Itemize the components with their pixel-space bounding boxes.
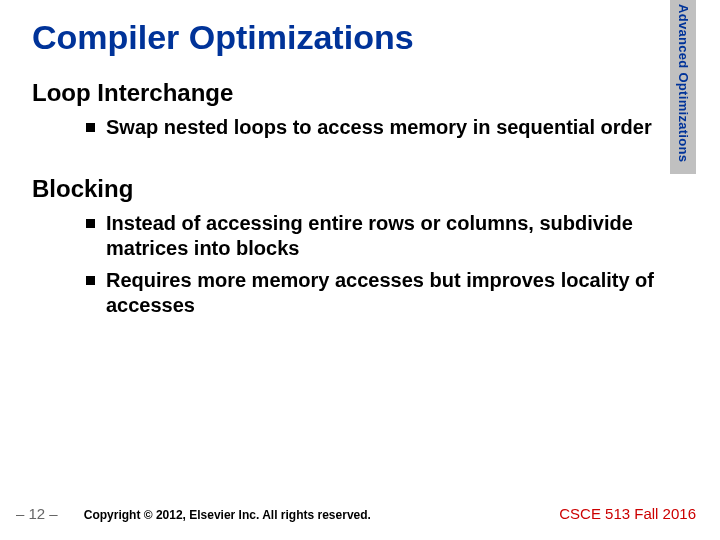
footer: – 12 – Copyright © 2012, Elsevier Inc. A… (0, 505, 720, 522)
course-label: CSCE 513 Fall 2016 (559, 505, 696, 522)
section-heading-blocking: Blocking (32, 175, 688, 203)
footer-left: – 12 – Copyright © 2012, Elsevier Inc. A… (16, 505, 371, 522)
bullet-item: Swap nested loops to access memory in se… (86, 115, 688, 141)
copyright: Copyright © 2012, Elsevier Inc. All righ… (84, 508, 371, 522)
slide: Advanced Optimizations Compiler Optimiza… (0, 0, 720, 540)
page-number: – 12 – (16, 505, 58, 522)
bullet-list: Swap nested loops to access memory in se… (86, 115, 688, 141)
side-tab: Advanced Optimizations (670, 0, 696, 174)
bullet-item: Instead of accessing entire rows or colu… (86, 211, 688, 262)
section-heading-loop-interchange: Loop Interchange (32, 79, 688, 107)
bullet-list: Instead of accessing entire rows or colu… (86, 211, 688, 319)
slide-title: Compiler Optimizations (32, 18, 688, 57)
bullet-item: Requires more memory accesses but improv… (86, 268, 688, 319)
